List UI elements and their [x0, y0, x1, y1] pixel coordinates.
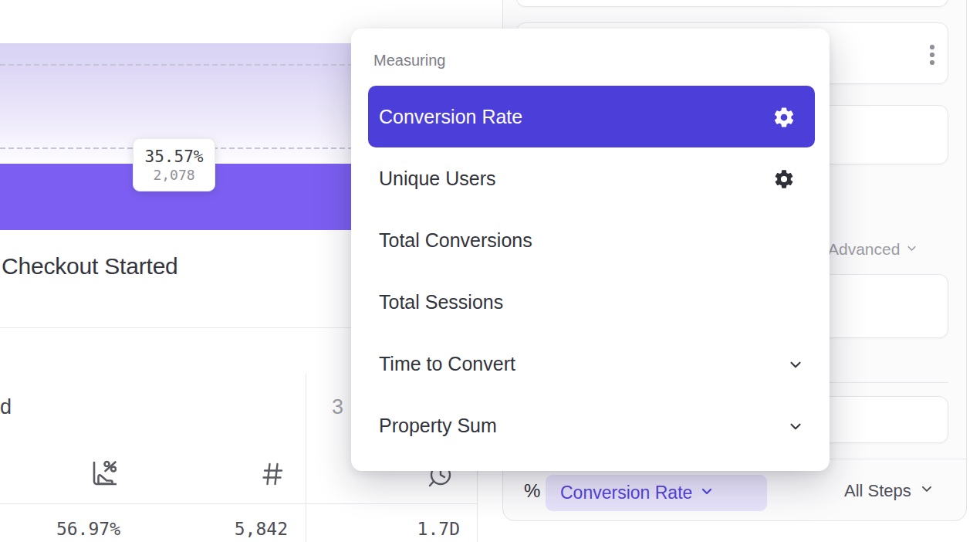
chevron-down-icon	[699, 483, 715, 503]
measure-symbol: %	[524, 480, 540, 502]
table-value-count: 5,842	[180, 519, 288, 539]
advanced-label: Advanced	[828, 240, 900, 259]
conversion-rate-icon	[86, 456, 117, 490]
menu-item-label: Conversion Rate	[379, 106, 522, 128]
tooltip-conversion-rate: 35.57%	[145, 147, 204, 166]
table-value-conversion-rate: 56.97%	[12, 519, 120, 539]
chevron-down-icon	[905, 240, 918, 259]
menu-item-total-sessions[interactable]: Total Sessions	[368, 271, 815, 333]
menu-item-label: Property Sum	[379, 415, 497, 437]
menu-item-label: Total Sessions	[379, 291, 503, 313]
gear-icon[interactable]	[773, 168, 795, 193]
measure-selector-label: Conversion Rate	[560, 483, 692, 503]
menu-item-label: Unique Users	[379, 168, 495, 190]
menu-item-conversion-rate[interactable]: Conversion Rate	[368, 86, 815, 147]
funnel-step-label: Checkout Started	[2, 253, 178, 279]
chevron-down-icon	[787, 356, 804, 376]
menu-item-label: Time to Convert	[379, 353, 515, 375]
table-step-header-fragment: d	[0, 395, 12, 419]
chevron-down-icon	[787, 418, 804, 438]
measuring-dropdown: Measuring Conversion Rate Unique Users T…	[351, 29, 830, 471]
steps-filter-label: All Steps	[844, 481, 911, 501]
dropdown-header: Measuring	[373, 52, 445, 69]
chevron-down-icon	[919, 481, 934, 501]
menu-item-total-conversions[interactable]: Total Conversions	[368, 209, 815, 271]
table-row-divider	[0, 503, 477, 504]
table-step-number: 3	[332, 395, 343, 419]
query-step-card[interactable]	[516, 0, 948, 7]
menu-item-unique-users[interactable]: Unique Users	[368, 147, 815, 209]
kebab-menu-icon[interactable]	[928, 42, 934, 73]
tooltip-count: 2,078	[153, 167, 194, 183]
table-column-divider	[306, 374, 306, 542]
measure-selector[interactable]: Conversion Rate	[546, 475, 767, 511]
menu-item-property-sum[interactable]: Property Sum	[368, 395, 815, 456]
menu-item-label: Total Conversions	[379, 229, 532, 252]
advanced-section-toggle[interactable]: Advanced	[828, 240, 918, 259]
gear-icon[interactable]	[772, 106, 796, 132]
funnel-hover-tooltip: 35.57% 2,078	[133, 138, 215, 191]
steps-filter-selector[interactable]: All Steps	[844, 481, 934, 501]
table-value-avg-time: 1.7D	[352, 519, 460, 539]
funnel-report-screen: Checkout Started d 3 56.97% 5,842 1.7D	[0, 0, 980, 542]
count-icon	[260, 460, 285, 491]
menu-item-time-to-convert[interactable]: Time to Convert	[368, 333, 815, 395]
